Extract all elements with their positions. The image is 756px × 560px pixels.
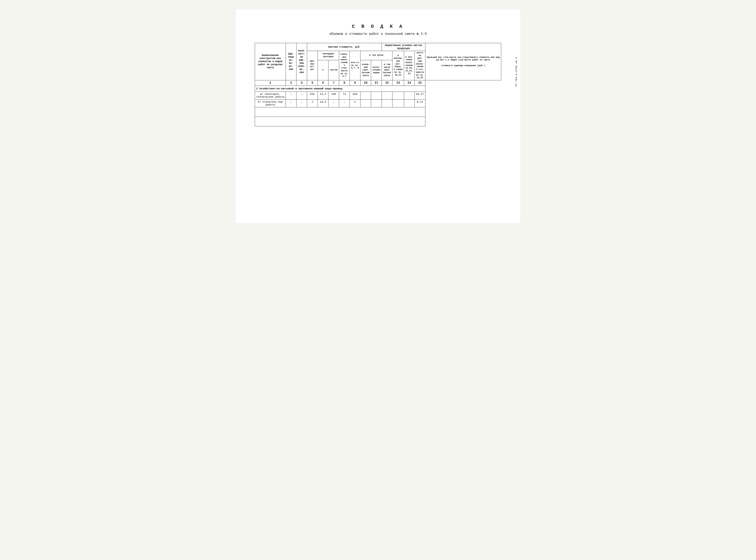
section-title-1: I Хозяйствен-но-питьевой и противопо-жар…	[255, 85, 425, 92]
col-num-10: I0	[361, 80, 371, 85]
col-num-2: 2	[255, 80, 286, 85]
main-table: Наименование конструктив-ных элементов и…	[255, 43, 501, 126]
header-vsego-dan: всего по дан-ным накоп-лений % сто-имост…	[414, 51, 425, 80]
row-a-col12	[382, 92, 392, 99]
row-a-col6: I3,3	[318, 92, 328, 99]
row-b-col9: 2	[350, 99, 361, 107]
header-name: Наименование конструктив-ных элементов и…	[255, 43, 286, 80]
col-num-3: 3	[286, 80, 297, 85]
header-unit: Еди-ница из-ме-ре-ния	[286, 43, 297, 80]
row-b-col5: 2	[307, 99, 318, 107]
row-a-col5: 8I6	[307, 92, 318, 99]
side-label: ТП 704-4-3786 АА 2	[515, 57, 518, 87]
row-b-col12	[382, 99, 392, 107]
col-num-9: 9	[350, 80, 361, 85]
header-nakladnye-label: накладных расходов	[318, 51, 339, 60]
row-b-col8: —	[339, 99, 350, 107]
header-ekspluatatsii: экспл-атации машин	[371, 60, 382, 80]
col-num-14: I4	[404, 80, 414, 85]
col-num-11: II	[371, 80, 382, 85]
empty-row-2	[255, 117, 501, 126]
row-a-unit: —	[286, 92, 297, 99]
section-header-1: I Хозяйствен-но-питьевой и противопо-жар…	[255, 85, 501, 92]
header-v-nakladnykh: в наклад-ных рас-ходах, % суммы по гр. I…	[392, 51, 404, 80]
row-b-col11	[371, 99, 382, 107]
row-b-col6: I6,5	[318, 99, 328, 107]
row-a-col9: 999	[350, 92, 361, 99]
row-b-name: б/ Строитель-ные работы	[255, 99, 286, 107]
header-pryamye: пря-мых зат-рат	[307, 51, 318, 80]
row-b-col15: 0,I4	[414, 99, 425, 107]
header-normative: Нормативная условно-чистая продукция	[382, 43, 425, 51]
row-stroitelnye: б/ Строитель-ные работы — — 2 I6,5 — — 2…	[255, 99, 501, 107]
row-a-col11	[371, 92, 382, 99]
header-udelniy: Удельный вес стои-мости кон-структивного…	[425, 43, 501, 80]
row-b-col13	[392, 99, 404, 107]
row-a-col10	[361, 92, 371, 99]
row-a-col8: 74	[339, 92, 350, 99]
col-num-13: I3	[392, 80, 404, 85]
col-num-6: 6	[318, 80, 328, 85]
col-num-15: I5	[414, 80, 425, 85]
header-nakladnye-pct: %	[318, 60, 328, 80]
row-b-col10	[361, 99, 371, 107]
page: С В О Д К А объемов и стоимости работ к …	[236, 9, 520, 223]
row-sanitarno: а/ Санитарно-технические работы — — 8I6 …	[255, 92, 501, 99]
col-num-7: 7	[328, 80, 339, 85]
row-a-name: а/ Санитарно-технические работы	[255, 92, 286, 99]
row-a-col7: I09	[328, 92, 339, 99]
header-estimated-cost: Сметная стоимость, руб.	[307, 43, 382, 51]
row-a-qty: —	[297, 92, 307, 99]
col-num-4: 4	[297, 80, 307, 85]
header-v-tom-chisle-label: в том числе	[361, 51, 392, 60]
header-osnovnoy: основ-ной зара-ботной платы	[361, 60, 371, 80]
col-num-5: 5	[307, 80, 318, 85]
col-num-8: 8	[339, 80, 350, 85]
row-b-qty: —	[297, 99, 307, 107]
row-a-col13	[392, 92, 404, 99]
row-b-unit: —	[286, 99, 297, 107]
main-title: С В О Д К А	[255, 24, 501, 29]
header-nakladnye-sum: сум-ма	[328, 60, 339, 80]
row-a-col15: 69,57	[414, 92, 425, 99]
row-b-col7: —	[328, 99, 339, 107]
header-v-planovykh: в пла-новых накоп-лениях гр.I0, II,I2. I…	[404, 51, 414, 80]
header-v-tom-chisle-zp: в том числе зара-ботной платы	[382, 60, 392, 80]
title-section: С В О Д К А объемов и стоимости работ к …	[255, 24, 501, 36]
header-qty: Коли-чест-во еди-ниц изме-ре-ния	[297, 43, 307, 80]
header-vsego-gr: все-го по гр. 5,7, 8	[350, 51, 361, 80]
col-num-12: I2	[382, 80, 392, 85]
row-a-col14	[404, 92, 414, 99]
row-b-col14	[404, 99, 414, 107]
subtitle: объемов и стоимости работ к локальной см…	[255, 32, 501, 36]
column-numbers-row: 2 3 4 5 6 7 8 9 I0 II I2 I3 I4 I5	[255, 80, 501, 85]
header-planovye: плано-вых накоп-лений % стои-мости по гр…	[339, 51, 350, 80]
header-row-1: Наименование конструктив-ных элементов и…	[255, 43, 501, 51]
empty-row-1	[255, 107, 501, 117]
